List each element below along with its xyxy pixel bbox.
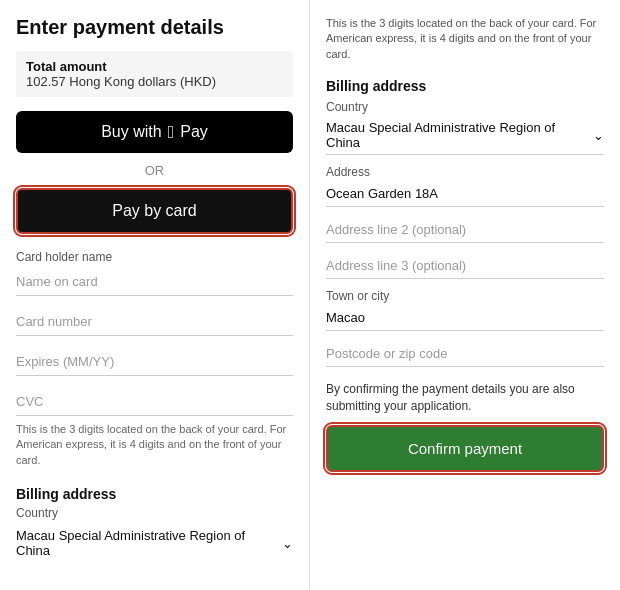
or-divider: OR — [16, 163, 293, 178]
country-value-left: Macau Special Administrative Region of C… — [16, 528, 278, 558]
apple-pay-button[interactable]: Buy with  Pay — [16, 111, 293, 153]
chevron-down-icon: ⌄ — [282, 536, 293, 551]
expires-input[interactable] — [16, 348, 293, 376]
country-value-right: Macau Special Administrative Region of C… — [326, 120, 589, 150]
country-label-left: Country — [16, 506, 293, 520]
town-input[interactable] — [326, 305, 604, 331]
right-top-note: This is the 3 digits located on the back… — [326, 16, 604, 62]
confirm-note: By confirming the payment details you ar… — [326, 381, 604, 415]
cardholder-label: Card holder name — [16, 250, 293, 264]
chevron-down-icon-right: ⌄ — [593, 128, 604, 143]
address-label: Address — [326, 165, 604, 179]
card-number-input[interactable] — [16, 308, 293, 336]
page-title: Enter payment details — [16, 16, 293, 39]
address-input[interactable] — [326, 181, 604, 207]
cardholder-input[interactable] — [16, 268, 293, 296]
address3-input[interactable] — [326, 253, 604, 279]
apple-logo-icon:  — [168, 123, 175, 141]
billing-title-right: Billing address — [326, 78, 604, 94]
cvc-helper-text: This is the 3 digits located on the back… — [16, 422, 293, 468]
total-amount-section: Total amount 102.57 Hong Kong dollars (H… — [16, 51, 293, 97]
total-label: Total amount — [26, 59, 283, 74]
right-panel: This is the 3 digits located on the back… — [310, 0, 620, 590]
country-select-right[interactable]: Macau Special Administrative Region of C… — [326, 116, 604, 155]
cvc-input[interactable] — [16, 388, 293, 416]
country-select-left[interactable]: Macau Special Administrative Region of C… — [16, 524, 293, 562]
apple-pay-suffix: Pay — [180, 123, 208, 141]
total-value: 102.57 Hong Kong dollars (HKD) — [26, 74, 283, 89]
postcode-input[interactable] — [326, 341, 604, 367]
pay-by-card-button[interactable]: Pay by card — [16, 188, 293, 234]
country-label-right: Country — [326, 100, 604, 114]
confirm-payment-button[interactable]: Confirm payment — [326, 425, 604, 472]
left-panel: Enter payment details Total amount 102.5… — [0, 0, 310, 590]
billing-title-left: Billing address — [16, 486, 293, 502]
town-label: Town or city — [326, 289, 604, 303]
apple-pay-buy-text: Buy with — [101, 123, 161, 141]
address2-input[interactable] — [326, 217, 604, 243]
